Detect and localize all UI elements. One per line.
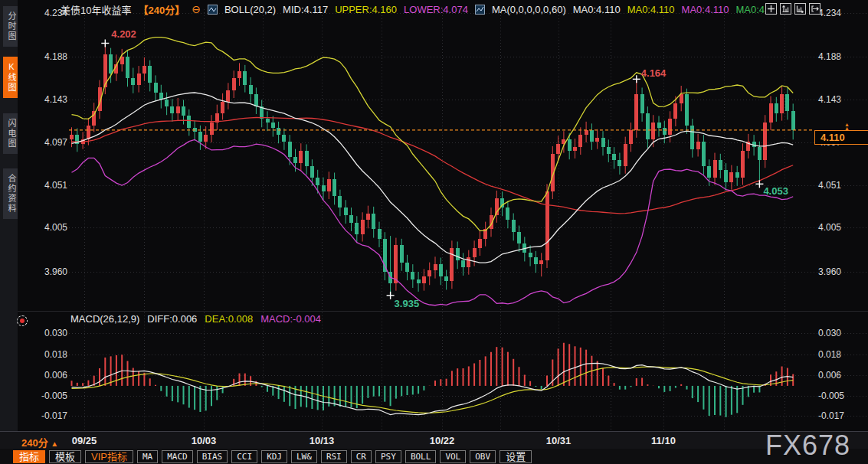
macd-alert-icon[interactable] xyxy=(17,315,28,326)
macd-diff-value: DIFF:0.006 xyxy=(147,313,197,325)
interval-tag: 【240分】 xyxy=(138,2,185,17)
price-annotation: 4.164 xyxy=(641,67,667,79)
collapse-indicator-icon[interactable]: ⊖ xyxy=(192,5,201,14)
price-axis-label: 4.005 xyxy=(818,223,864,232)
sidebar-item-time-share-chart[interactable]: 分时图 xyxy=(3,6,18,47)
price-axis-label: 4.188 xyxy=(21,52,67,61)
macd-axis-label: 0.006 xyxy=(21,371,67,380)
time-axis[interactable]: 240分 ▲ 09/2510/0310/1310/2210/3111/10 xyxy=(0,431,868,449)
price-axis-label: 4.234 xyxy=(818,8,864,18)
ma-value: MA0:4.110 xyxy=(627,4,675,15)
price-axis-label: 4.097 xyxy=(21,138,67,147)
macd-axis-label: 0.030 xyxy=(21,328,67,338)
toolbar-item-cr[interactable]: CR xyxy=(351,450,372,463)
price-annotation: 3.935 xyxy=(395,298,420,309)
price-axis-label: 3.960 xyxy=(21,267,67,276)
date-label: 10/13 xyxy=(310,435,335,446)
current-price-box: 4.110 xyxy=(814,130,868,145)
pop-out-icon[interactable] xyxy=(809,3,821,15)
scale-horizontal-icon[interactable] xyxy=(794,3,806,15)
sidebar: 分时图K线图闪电图合约资料 xyxy=(0,0,18,431)
macd-legend: MACD(26,12,9) DIFF:0.006 DEA:0.008 MACD:… xyxy=(70,312,321,325)
price-axis-label: 4.051 xyxy=(21,181,67,190)
boll-mid-value: MID:4.117 xyxy=(283,4,328,15)
date-label: 10/22 xyxy=(430,435,455,446)
date-label: 10/31 xyxy=(546,435,572,446)
toolbar-item-bias[interactable]: BIAS xyxy=(197,450,228,463)
ma-value: MA0:4.110 xyxy=(682,4,729,15)
chart-legend: 美债10年收益率 【240分】 ⊖ BOLL(20,2) MID:4.117 U… xyxy=(61,2,773,16)
toolbar-item-cci[interactable]: CCI xyxy=(231,450,257,463)
pan-icon[interactable] xyxy=(765,3,777,15)
price-axis-label: 3.960 xyxy=(818,267,864,276)
ma-label: MA(0,0,0,0,0,60) xyxy=(492,4,566,15)
scale-vertical-icon[interactable] xyxy=(780,3,791,15)
price-axis-label: 4.005 xyxy=(21,223,67,232)
toolbar-item-psy[interactable]: PSY xyxy=(375,450,401,463)
price-marker-icon[interactable]: ▲▲ xyxy=(844,123,850,130)
boll-lower-value: LOWER:4.074 xyxy=(404,4,468,15)
toolbar-item-kdj[interactable]: KDJ xyxy=(261,450,287,463)
price-axis-label: 4.188 xyxy=(818,52,864,61)
toolbar-item-vol[interactable]: VOL xyxy=(440,450,466,463)
macd-axis-label: -0.017 xyxy=(21,411,67,420)
sidebar-item-contract-info[interactable]: 合约资料 xyxy=(3,168,18,219)
toolbar-item-macd[interactable]: MACD xyxy=(162,450,193,463)
toolbar-item-indicator[interactable]: 指标 xyxy=(13,450,45,463)
boll-indicator-icon[interactable] xyxy=(208,5,218,15)
macd-dea-value: DEA:0.008 xyxy=(205,313,253,325)
macd-axis-label: 0.018 xyxy=(21,350,67,359)
ma-value: MA0:4.110 xyxy=(573,4,621,15)
boll-label: BOLL(20,2) xyxy=(224,4,276,15)
brand-watermark: FX678 xyxy=(765,430,850,462)
panel-divider xyxy=(18,311,868,312)
toolbar-item-ma[interactable]: MA xyxy=(137,450,158,463)
date-label: 09/25 xyxy=(72,435,97,446)
macd-axis-label: 0.006 xyxy=(818,371,864,380)
date-label: 10/03 xyxy=(192,435,217,446)
date-label: 11/10 xyxy=(651,435,676,446)
price-annotation: 4.202 xyxy=(111,28,136,40)
ma-values: MA0:4.110MA0:4.110MA0:4.110MA0:4.1 xyxy=(573,4,773,15)
macd-axis-label: -0.017 xyxy=(818,411,864,420)
price-axis-label: 4.143 xyxy=(818,95,864,104)
toolbar-item-rsi[interactable]: RSI xyxy=(321,450,347,463)
interval-label[interactable]: 240分 ▲ xyxy=(21,435,58,449)
indicator-toolbar: 指标模板VIP指标MAMACDBIASCCIKDJLW&RSICRPSYBOLL… xyxy=(0,449,868,464)
chart-toolbar-icons xyxy=(765,3,821,15)
trading-app: 分时图K线图闪电图合约资料 美债10年收益率 【240分】 ⊖ BOLL(20,… xyxy=(0,0,868,464)
toolbar-item-obv[interactable]: OBV xyxy=(470,450,496,463)
instrument-title: 美债10年收益率 xyxy=(61,2,131,17)
toolbar-item-boll[interactable]: BOLL xyxy=(405,450,437,463)
toolbar-item-lw[interactable]: LW& xyxy=(291,450,317,463)
price-axis-label: 4.051 xyxy=(818,181,864,190)
chart-canvas[interactable] xyxy=(0,0,868,464)
toolbar-item-vip-indicator[interactable]: VIP指标 xyxy=(85,450,133,463)
ma-indicator-icon[interactable] xyxy=(475,5,485,15)
toolbar-item-template[interactable]: 模板 xyxy=(49,450,81,463)
price-annotation: 4.053 xyxy=(763,185,788,197)
toolbar-item-settings[interactable]: 设置 xyxy=(500,450,532,463)
sidebar-item-flash-chart[interactable]: 闪电图 xyxy=(3,113,18,154)
sidebar-item-kline-chart[interactable]: K线图 xyxy=(3,57,18,98)
price-axis-label: 4.143 xyxy=(21,95,67,104)
macd-axis-label: -0.005 xyxy=(21,391,67,400)
interval-arrow-icon: ▲ xyxy=(51,439,58,448)
macd-axis-label: 0.018 xyxy=(818,350,864,359)
macd-macd-value: MACD:-0.004 xyxy=(260,313,321,325)
macd-axis-label: 0.030 xyxy=(818,328,864,338)
boll-upper-value: UPPER:4.160 xyxy=(335,4,397,15)
macd-axis-label: -0.005 xyxy=(818,391,864,400)
macd-label: MACD(26,12,9) xyxy=(70,313,139,325)
